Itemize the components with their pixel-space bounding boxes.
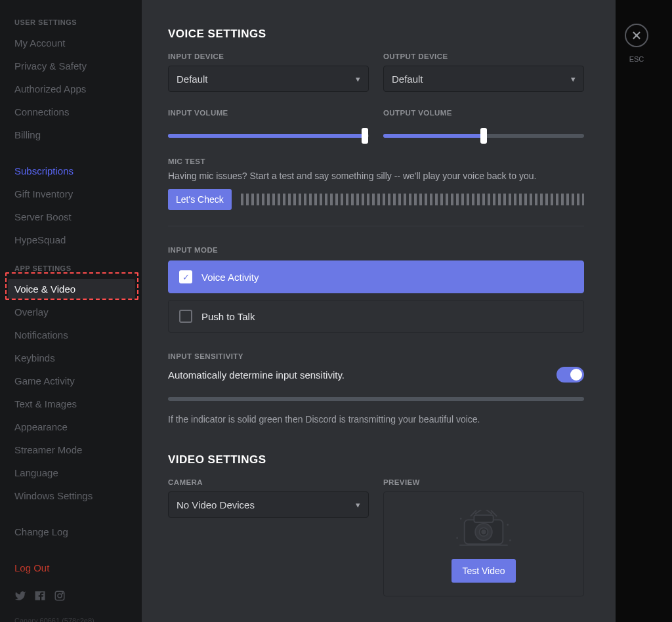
chevron-down-icon: ▾ <box>356 500 360 510</box>
svg-point-10 <box>507 524 509 526</box>
sidebar-item-overlay[interactable]: Overlay <box>14 302 135 322</box>
page-title: VOICE SETTINGS <box>168 28 584 41</box>
sidebar-item-voice-video[interactable]: Voice & Video <box>8 279 135 299</box>
sidebar-item-text-images[interactable]: Text & Images <box>14 394 135 414</box>
sidebar-item-gift-inventory[interactable]: Gift Inventory <box>14 184 135 204</box>
sidebar-item-billing[interactable]: Billing <box>14 125 135 145</box>
sidebar-item-windows[interactable]: Windows Settings <box>14 486 135 506</box>
output-device-select[interactable]: Default ▾ <box>383 66 584 92</box>
svg-point-12 <box>509 539 511 541</box>
sidebar-item-game-activity[interactable]: Game Activity <box>14 371 135 391</box>
sidebar-item-keybinds[interactable]: Keybinds <box>14 348 135 368</box>
sidebar-item-connections[interactable]: Connections <box>14 102 135 122</box>
label-preview: PREVIEW <box>383 478 584 486</box>
input-volume-slider[interactable] <box>168 134 369 138</box>
close-button[interactable] <box>625 24 648 47</box>
sidebar-item-privacy[interactable]: Privacy & Safety <box>14 56 135 76</box>
camera-select[interactable]: No Video Devices ▾ <box>168 491 369 518</box>
lets-check-button[interactable]: Let's Check <box>168 189 232 210</box>
checkbox-icon: ✓ <box>179 270 192 283</box>
mic-test-description: Having mic issues? Start a test and say … <box>168 171 584 181</box>
svg-rect-4 <box>474 515 493 522</box>
sidebar-item-server-boost[interactable]: Server Boost <box>14 207 135 227</box>
sidebar-item-subscriptions[interactable]: Subscriptions <box>14 161 135 181</box>
section-user-settings: USER SETTINGS <box>14 18 135 26</box>
social-links <box>14 590 135 605</box>
auto-sensitivity-toggle[interactable] <box>556 367 584 383</box>
sidebar-item-notifications[interactable]: Notifications <box>14 325 135 345</box>
label-input-device: INPUT DEVICE <box>168 52 369 60</box>
input-mode-push-to-talk[interactable]: ✓ Push to Talk <box>168 300 584 333</box>
input-mode-voice-activity[interactable]: ✓ Voice Activity <box>168 260 584 293</box>
build-version: Canary 60661 (578c2e8) <box>14 617 135 622</box>
auto-sensitivity-label: Automatically determine input sensitivit… <box>168 369 345 381</box>
chevron-down-icon: ▾ <box>356 74 360 84</box>
mic-test-meter <box>241 194 584 205</box>
label-input-sensitivity: INPUT SENSITIVITY <box>168 352 584 360</box>
svg-point-11 <box>456 537 458 539</box>
sidebar-item-streamer-mode[interactable]: Streamer Mode <box>14 440 135 460</box>
close-label: ESC <box>629 55 644 63</box>
settings-sidebar: USER SETTINGS My Account Privacy & Safet… <box>0 0 142 622</box>
input-device-select[interactable]: Default ▾ <box>168 66 369 92</box>
sensitivity-meter <box>168 397 584 401</box>
output-device-value: Default <box>392 73 423 85</box>
svg-point-7 <box>482 530 486 534</box>
right-gutter: ESC <box>616 0 672 622</box>
sidebar-item-change-log[interactable]: Change Log <box>14 522 135 542</box>
label-input-mode: INPUT MODE <box>168 246 584 254</box>
svg-point-9 <box>460 518 462 520</box>
camera-icon <box>448 510 520 550</box>
twitter-icon[interactable] <box>14 590 26 605</box>
svg-point-2 <box>62 592 63 594</box>
label-input-volume: INPUT VOLUME <box>168 109 369 117</box>
section-divider <box>168 226 584 226</box>
chevron-down-icon: ▾ <box>571 74 576 84</box>
svg-point-1 <box>58 594 62 598</box>
instagram-icon[interactable] <box>54 590 66 605</box>
label-output-device: OUTPUT DEVICE <box>383 52 584 60</box>
input-mode-label: Push to Talk <box>201 311 255 322</box>
sidebar-item-log-out[interactable]: Log Out <box>14 558 135 578</box>
video-preview: Test Video <box>383 491 584 596</box>
test-video-button[interactable]: Test Video <box>452 559 515 583</box>
sensitivity-help-text: If the indicator is solid green then Dis… <box>168 414 584 425</box>
sidebar-item-appearance[interactable]: Appearance <box>14 417 135 437</box>
camera-value: No Video Devices <box>177 499 255 510</box>
sidebar-item-hypesquad[interactable]: HypeSquad <box>14 230 135 250</box>
video-settings-title: VIDEO SETTINGS <box>168 453 584 466</box>
output-volume-slider[interactable] <box>383 134 584 138</box>
label-output-volume: OUTPUT VOLUME <box>383 109 584 117</box>
settings-content: VOICE SETTINGS INPUT DEVICE Default ▾ OU… <box>142 0 616 622</box>
checkbox-icon: ✓ <box>179 310 192 323</box>
sidebar-item-language[interactable]: Language <box>14 463 135 483</box>
input-device-value: Default <box>177 73 208 85</box>
label-camera: CAMERA <box>168 478 369 486</box>
input-mode-label: Voice Activity <box>201 272 259 283</box>
sidebar-item-my-account[interactable]: My Account <box>14 33 135 53</box>
facebook-icon[interactable] <box>34 590 46 605</box>
section-app-settings: APP SETTINGS <box>14 264 135 272</box>
sidebar-item-authorized-apps[interactable]: Authorized Apps <box>14 79 135 99</box>
label-mic-test: MIC TEST <box>168 157 584 165</box>
